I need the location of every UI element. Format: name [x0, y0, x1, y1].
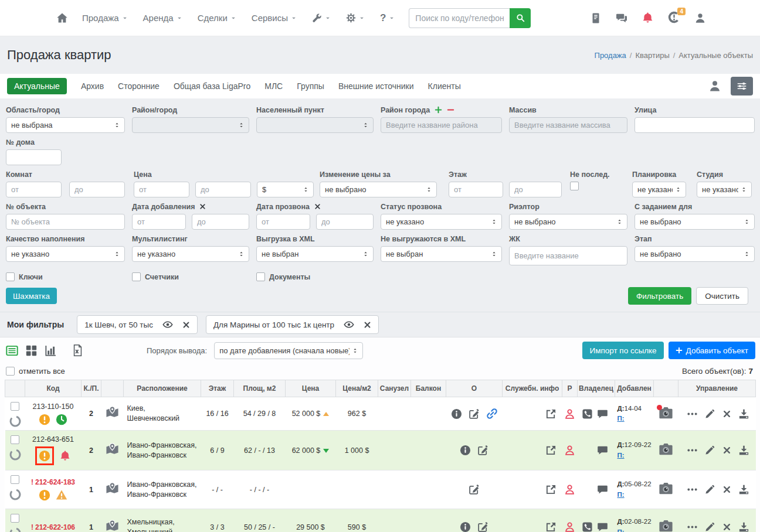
house-number-input[interactable]: [6, 149, 62, 165]
download-icon[interactable]: [738, 445, 749, 456]
chessboard-button[interactable]: Шахматка: [6, 288, 57, 304]
p-link[interactable]: П:: [618, 528, 625, 532]
realtor-icon[interactable]: [564, 445, 575, 456]
not-last-checkbox[interactable]: [570, 182, 579, 190]
close-icon[interactable]: [364, 321, 371, 329]
external-link-icon[interactable]: [545, 445, 557, 456]
phone-icon[interactable]: [582, 521, 593, 532]
info-icon[interactable]: [451, 408, 462, 420]
row-checkbox[interactable]: [11, 435, 19, 444]
edit-note-icon[interactable]: [469, 408, 480, 420]
view-grid-icon[interactable]: [25, 345, 38, 357]
chat-icon[interactable]: [597, 408, 608, 420]
messages-icon[interactable]: [616, 12, 627, 24]
massiv-input[interactable]: [509, 117, 627, 133]
add-object-button[interactable]: Добавить объект: [669, 342, 755, 359]
keys-checkbox[interactable]: [6, 272, 15, 281]
chat-icon[interactable]: [597, 484, 608, 495]
realtor-select[interactable]: не выбрано: [509, 214, 627, 230]
tab-liga-base[interactable]: Общая база LigaPro: [174, 81, 250, 91]
tab-mls[interactable]: МЛС: [264, 81, 283, 91]
realtor-icon[interactable]: [564, 484, 575, 495]
breadcrumb-item[interactable]: Продажа: [595, 51, 626, 60]
currency-select[interactable]: $: [257, 182, 314, 197]
row-checkbox[interactable]: [11, 514, 19, 523]
price-from-input[interactable]: [134, 182, 189, 197]
date-added-to-input[interactable]: [192, 214, 249, 230]
stage-select[interactable]: не выбрано: [635, 246, 755, 262]
p-link[interactable]: П:: [618, 452, 625, 459]
tab-external-sources[interactable]: Внешние источники: [338, 81, 414, 91]
realtor-icon[interactable]: [564, 408, 575, 420]
x-delete-icon[interactable]: [722, 485, 731, 494]
edit-note-icon[interactable]: [477, 445, 488, 456]
filter-chip[interactable]: 1к Шевч, от 50 тыс: [77, 315, 198, 334]
counters-checkbox[interactable]: [132, 272, 141, 281]
xml-excluded-select[interactable]: не выбран: [381, 246, 502, 262]
clear-button[interactable]: Очистить: [696, 287, 748, 305]
ring-icon[interactable]: [9, 448, 22, 461]
download-icon[interactable]: [738, 484, 749, 495]
external-link-icon[interactable]: [545, 521, 557, 532]
dots-icon[interactable]: [687, 408, 698, 420]
download-icon[interactable]: [738, 408, 749, 420]
order-select[interactable]: по дате добавления (сначала новые): [214, 342, 363, 359]
multilisting-select[interactable]: не указано: [132, 246, 249, 262]
object-id-input[interactable]: [6, 214, 125, 230]
rooms-from-input[interactable]: [6, 182, 62, 197]
link-icon[interactable]: [486, 408, 498, 420]
date-call-to-input[interactable]: [316, 214, 374, 230]
p-link[interactable]: П:: [618, 415, 625, 422]
alerts-button[interactable]: 4: [668, 11, 680, 25]
home-icon[interactable]: [56, 12, 68, 24]
pencil-icon[interactable]: [705, 522, 715, 532]
select-all-checkbox[interactable]: [6, 367, 15, 376]
rooms-to-input[interactable]: [69, 182, 125, 197]
menu-item-sale[interactable]: Продажа: [82, 13, 128, 23]
info-icon[interactable]: [460, 521, 471, 532]
street-input[interactable]: [635, 117, 755, 133]
layout-select[interactable]: не указано: [632, 182, 686, 197]
realtor-icon[interactable]: [564, 521, 575, 532]
download-icon[interactable]: [738, 521, 749, 532]
tab-archive[interactable]: Архив: [81, 81, 104, 91]
photos-button[interactable]: [658, 406, 674, 420]
phone-icon[interactable]: [582, 408, 593, 420]
task-for-select[interactable]: не выбрано: [635, 214, 755, 230]
tools-menu[interactable]: [312, 13, 331, 23]
view-list-icon[interactable]: [6, 345, 18, 357]
notifications-bell-icon[interactable]: [642, 12, 654, 24]
map-marker-icon[interactable]: [105, 482, 120, 496]
external-link-icon[interactable]: [545, 484, 557, 495]
date-call-from-input[interactable]: [256, 214, 310, 230]
external-link-icon[interactable]: [545, 408, 557, 420]
floor-to-input[interactable]: [509, 182, 562, 197]
x-delete-icon[interactable]: [722, 446, 731, 455]
date-added-from-input[interactable]: [132, 214, 186, 230]
minus-icon[interactable]: [447, 106, 454, 114]
chat-icon[interactable]: [597, 521, 608, 532]
select-all-label[interactable]: отметить все: [19, 367, 65, 376]
ring-icon[interactable]: [9, 488, 22, 501]
complex-input[interactable]: [509, 246, 627, 265]
menu-item-rent[interactable]: Аренда: [143, 13, 182, 23]
documents-checkbox[interactable]: [256, 272, 265, 281]
x-delete-icon[interactable]: [722, 523, 731, 531]
filter-button[interactable]: Фильтровать: [628, 287, 691, 305]
date-added-clear-icon[interactable]: [199, 203, 206, 210]
pencil-icon[interactable]: [705, 445, 715, 455]
filter-settings-button[interactable]: [731, 77, 753, 96]
region-select[interactable]: не выбрана: [6, 117, 125, 133]
map-marker-icon[interactable]: [105, 406, 120, 420]
ring-icon[interactable]: [9, 527, 22, 532]
price-to-input[interactable]: [195, 182, 251, 197]
dots-icon[interactable]: [687, 521, 698, 532]
p-link[interactable]: П:: [618, 491, 625, 498]
menu-item-deals[interactable]: Сделки: [198, 13, 236, 23]
help-menu[interactable]: ?: [380, 12, 395, 24]
dots-icon[interactable]: [687, 484, 698, 495]
city-district-input[interactable]: [381, 117, 502, 133]
eye-icon[interactable]: [344, 319, 354, 330]
district-select[interactable]: [132, 117, 249, 133]
close-icon[interactable]: [182, 321, 190, 329]
